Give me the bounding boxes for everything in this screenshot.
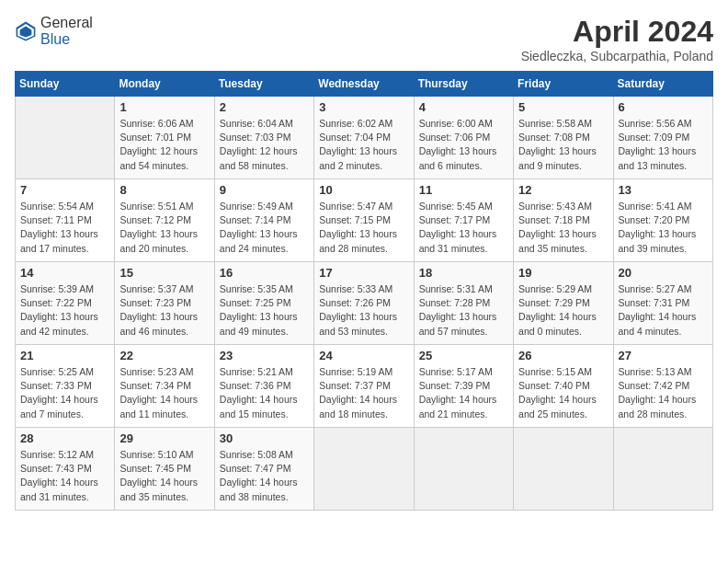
day-info: Sunrise: 6:00 AMSunset: 7:06 PMDaylight:… [419,117,508,173]
weekday-header-wednesday: Wednesday [314,72,414,97]
day-number: 15 [119,266,209,280]
day-info: Sunrise: 5:13 AMSunset: 7:42 PMDaylight:… [619,365,708,421]
day-info: Sunrise: 5:10 AMSunset: 7:45 PMDaylight:… [119,448,209,504]
weekday-header-monday: Monday [115,72,214,97]
logo-blue-text: Blue [40,31,70,47]
calendar-cell: 12Sunrise: 5:43 AMSunset: 7:18 PMDayligh… [514,179,613,262]
calendar-cell: 15Sunrise: 5:37 AMSunset: 7:23 PMDayligh… [115,262,214,345]
weekday-header-friday: Friday [514,72,613,97]
calendar-cell: 7Sunrise: 5:54 AMSunset: 7:11 PMDaylight… [16,179,115,262]
day-number: 18 [419,266,508,280]
calendar-cell: 10Sunrise: 5:47 AMSunset: 7:15 PMDayligh… [314,179,414,262]
day-info: Sunrise: 5:23 AMSunset: 7:34 PMDaylight:… [119,365,209,421]
day-number: 7 [20,183,109,197]
calendar-week-row: 7Sunrise: 5:54 AMSunset: 7:11 PMDaylight… [16,179,713,262]
day-info: Sunrise: 6:06 AMSunset: 7:01 PMDaylight:… [119,117,209,173]
day-number: 26 [518,349,608,362]
weekday-header-saturday: Saturday [613,72,712,97]
calendar-cell [613,428,712,511]
day-info: Sunrise: 5:08 AMSunset: 7:47 PMDaylight:… [220,448,309,504]
calendar-week-row: 1Sunrise: 6:06 AMSunset: 7:01 PMDaylight… [16,97,713,179]
day-number: 9 [220,183,309,197]
day-info: Sunrise: 6:02 AMSunset: 7:04 PMDaylight:… [319,117,408,173]
day-info: Sunrise: 5:15 AMSunset: 7:40 PMDaylight:… [518,365,608,421]
calendar-cell: 6Sunrise: 5:56 AMSunset: 7:09 PMDaylight… [613,97,712,179]
calendar-cell: 27Sunrise: 5:13 AMSunset: 7:42 PMDayligh… [613,345,712,428]
day-number: 25 [419,349,508,362]
header: General Blue April 2024 Siedleczka, Subc… [15,15,713,63]
calendar-cell: 1Sunrise: 6:06 AMSunset: 7:01 PMDaylight… [115,97,214,179]
calendar-cell: 18Sunrise: 5:31 AMSunset: 7:28 PMDayligh… [414,262,513,345]
day-number: 4 [419,100,508,114]
calendar-cell: 3Sunrise: 6:02 AMSunset: 7:04 PMDaylight… [314,97,414,179]
day-info: Sunrise: 5:29 AMSunset: 7:29 PMDaylight:… [518,282,608,339]
calendar-cell: 20Sunrise: 5:27 AMSunset: 7:31 PMDayligh… [613,262,712,345]
calendar-cell: 11Sunrise: 5:45 AMSunset: 7:17 PMDayligh… [414,179,513,262]
day-number: 27 [619,349,708,362]
calendar-cell: 2Sunrise: 6:04 AMSunset: 7:03 PMDaylight… [214,97,313,179]
calendar-cell: 28Sunrise: 5:12 AMSunset: 7:43 PMDayligh… [16,428,115,511]
day-info: Sunrise: 5:12 AMSunset: 7:43 PMDaylight:… [20,448,109,504]
day-info: Sunrise: 5:47 AMSunset: 7:15 PMDaylight:… [319,200,408,256]
calendar-cell [314,428,414,511]
calendar-cell: 4Sunrise: 6:00 AMSunset: 7:06 PMDaylight… [414,97,513,179]
day-info: Sunrise: 5:37 AMSunset: 7:23 PMDaylight:… [119,282,209,339]
day-number: 2 [220,100,309,114]
calendar-week-row: 14Sunrise: 5:39 AMSunset: 7:22 PMDayligh… [16,262,713,345]
day-number: 14 [20,266,109,280]
day-info: Sunrise: 5:31 AMSunset: 7:28 PMDaylight:… [419,282,508,339]
weekday-header-row: SundayMondayTuesdayWednesdayThursdayFrid… [16,72,713,97]
day-info: Sunrise: 5:19 AMSunset: 7:37 PMDaylight:… [319,365,408,421]
weekday-header-thursday: Thursday [414,72,513,97]
calendar-cell: 5Sunrise: 5:58 AMSunset: 7:08 PMDaylight… [514,97,613,179]
day-number: 30 [220,431,309,445]
day-number: 17 [319,266,408,280]
day-number: 19 [518,266,608,280]
day-number: 8 [119,183,209,197]
day-info: Sunrise: 5:17 AMSunset: 7:39 PMDaylight:… [419,365,508,421]
day-number: 12 [518,183,608,197]
day-info: Sunrise: 5:27 AMSunset: 7:31 PMDaylight:… [619,282,708,339]
day-number: 16 [220,266,309,280]
day-info: Sunrise: 6:04 AMSunset: 7:03 PMDaylight:… [220,117,309,173]
day-number: 10 [319,183,408,197]
day-number: 22 [119,349,209,362]
day-number: 5 [518,100,608,114]
day-info: Sunrise: 5:41 AMSunset: 7:20 PMDaylight:… [619,200,708,256]
calendar-cell: 14Sunrise: 5:39 AMSunset: 7:22 PMDayligh… [16,262,115,345]
calendar-cell: 22Sunrise: 5:23 AMSunset: 7:34 PMDayligh… [115,345,214,428]
day-info: Sunrise: 5:39 AMSunset: 7:22 PMDaylight:… [20,282,109,339]
month-title: April 2024 [521,15,713,49]
calendar-cell [16,97,115,179]
calendar-week-row: 21Sunrise: 5:25 AMSunset: 7:33 PMDayligh… [16,345,713,428]
calendar-cell: 13Sunrise: 5:41 AMSunset: 7:20 PMDayligh… [613,179,712,262]
calendar-cell: 9Sunrise: 5:49 AMSunset: 7:14 PMDaylight… [214,179,313,262]
logo: General Blue [15,15,93,48]
day-number: 29 [119,431,209,445]
calendar-cell: 23Sunrise: 5:21 AMSunset: 7:36 PMDayligh… [214,345,313,428]
day-number: 11 [419,183,508,197]
location-title: Siedleczka, Subcarpathia, Poland [521,49,713,63]
day-number: 13 [619,183,708,197]
day-info: Sunrise: 5:58 AMSunset: 7:08 PMDaylight:… [518,117,608,173]
day-number: 21 [20,349,109,362]
calendar-cell: 8Sunrise: 5:51 AMSunset: 7:12 PMDaylight… [115,179,214,262]
day-info: Sunrise: 5:51 AMSunset: 7:12 PMDaylight:… [119,200,209,256]
title-area: April 2024 Siedleczka, Subcarpathia, Pol… [521,15,713,63]
calendar-cell: 21Sunrise: 5:25 AMSunset: 7:33 PMDayligh… [16,345,115,428]
calendar-cell: 16Sunrise: 5:35 AMSunset: 7:25 PMDayligh… [214,262,313,345]
calendar-cell: 24Sunrise: 5:19 AMSunset: 7:37 PMDayligh… [314,345,414,428]
calendar-table: SundayMondayTuesdayWednesdayThursdayFrid… [15,71,713,511]
weekday-header-tuesday: Tuesday [214,72,313,97]
calendar-cell: 25Sunrise: 5:17 AMSunset: 7:39 PMDayligh… [414,345,513,428]
calendar-cell [514,428,613,511]
day-number: 24 [319,349,408,362]
weekday-header-sunday: Sunday [16,72,115,97]
day-number: 3 [319,100,408,114]
day-info: Sunrise: 5:45 AMSunset: 7:17 PMDaylight:… [419,200,508,256]
calendar-cell [414,428,513,511]
day-number: 23 [220,349,309,362]
day-number: 1 [119,100,209,114]
day-info: Sunrise: 5:43 AMSunset: 7:18 PMDaylight:… [518,200,608,256]
day-info: Sunrise: 5:49 AMSunset: 7:14 PMDaylight:… [220,200,309,256]
